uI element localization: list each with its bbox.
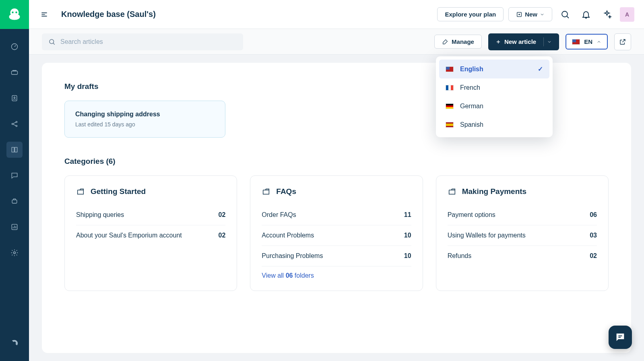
category-row-label: Using Wallets for payments [448,232,526,239]
plus-icon [495,39,501,45]
language-option-label: German [460,103,483,110]
language-option-es[interactable]: Spanish [439,116,549,134]
chat-fab[interactable] [609,326,632,349]
new-article-label: New article [504,38,536,45]
nav-chat-icon[interactable] [6,167,23,184]
category-row[interactable]: About your Saul's Emporium account02 [76,225,225,245]
category-row[interactable]: Purchasing Problems10 [262,246,411,266]
category-row-count: 03 [590,232,597,239]
category-row-label: Order FAQs [262,211,296,219]
svg-rect-1 [12,71,18,74]
language-option-fr[interactable]: French [439,78,549,97]
app-logo[interactable] [0,0,29,29]
nav-settings-icon[interactable] [6,245,23,261]
new-button-label: New [525,11,537,18]
external-link-icon [619,38,626,45]
flag-icon [572,39,580,45]
svg-point-4 [12,123,13,124]
new-article-button[interactable]: New article [488,33,559,50]
top-header: Knowledge base (Saul's) Explore your pla… [29,0,644,29]
category-title: Getting Started [91,187,146,196]
category-row-count: 11 [404,211,411,219]
new-button[interactable]: New [508,7,552,21]
svg-rect-7 [12,200,17,203]
nav-freshworks-icon[interactable] [6,335,23,351]
svg-point-11 [562,11,568,17]
folder-icon [448,187,456,196]
flag-icon [446,66,454,72]
language-selector[interactable]: EN [566,34,608,50]
chat-icon [615,332,626,343]
manage-button-label: Manage [452,38,474,45]
category-row-count: 02 [219,232,226,239]
category-row-count: 06 [590,211,597,219]
nav-reports-icon[interactable] [6,219,23,235]
sparkle-icon[interactable] [599,6,615,23]
svg-point-6 [16,125,17,126]
category-row[interactable]: Payment options06 [448,205,597,225]
edit-icon [442,39,448,45]
nav-knowledge-base-icon[interactable] [6,142,23,158]
view-all-link[interactable]: View all 06 folders [262,272,411,279]
category-row-count: 02 [219,211,226,219]
avatar[interactable]: A [620,7,634,22]
folder-icon [76,187,85,196]
nav-dashboard-icon[interactable] [6,39,23,55]
manage-button[interactable]: Manage [434,35,482,49]
language-option-us[interactable]: English✓ [439,60,549,78]
page-title: Knowledge base (Saul's) [61,10,156,19]
category-row-label: Account Problems [262,232,314,239]
category-row-count: 10 [404,252,411,260]
caret-down-icon [547,39,552,44]
left-sidebar [0,0,29,361]
nav-bot-icon[interactable] [6,193,23,209]
flag-icon [446,122,454,128]
nav-tickets-icon[interactable] [6,64,23,80]
svg-point-5 [16,121,17,122]
categories-heading: Categories (6) [64,157,609,166]
language-option-label: English [460,66,483,73]
kb-toolbar: Manage New article EN [29,29,644,55]
category-title: Making Payments [462,187,527,196]
category-row[interactable]: Shipping queries02 [76,205,225,225]
folder-icon [262,187,270,196]
category-title: FAQs [276,187,296,196]
category-card: FAQsOrder FAQs11Account Problems10Purcha… [250,175,423,291]
category-row-label: Refunds [448,252,472,260]
global-search-icon[interactable] [557,6,573,23]
open-external-button[interactable] [614,33,631,50]
search-input[interactable] [60,38,237,45]
flag-icon [446,85,454,91]
explore-plan-button[interactable]: Explore your plan [437,7,504,21]
category-row-label: Payment options [448,211,495,219]
category-row-label: Shipping queries [76,211,124,219]
draft-subtitle: Last edited 15 days ago [75,121,215,128]
category-row[interactable]: Using Wallets for payments03 [448,225,597,246]
svg-point-9 [14,252,16,254]
chevron-up-icon [597,39,601,44]
notifications-icon[interactable] [578,6,594,23]
category-row[interactable]: Order FAQs11 [262,205,411,225]
flag-icon [446,103,454,109]
svg-point-3 [14,97,15,98]
nav-social-icon[interactable] [6,116,23,132]
search-box[interactable] [42,33,243,50]
language-option-de[interactable]: German [439,97,549,116]
category-card: Getting StartedShipping queries02About y… [64,175,237,291]
language-code-label: EN [584,38,592,45]
category-card: Making PaymentsPayment options06Using Wa… [436,175,609,291]
svg-point-12 [50,39,54,44]
sidebar-toggle-icon[interactable] [39,9,50,20]
category-row[interactable]: Account Problems10 [262,225,411,246]
draft-card[interactable]: Changing shipping addressLast edited 15 … [64,101,225,138]
draft-title: Changing shipping address [75,111,215,118]
category-row-label: About your Saul's Emporium account [76,232,182,239]
category-row-label: Purchasing Problems [262,252,323,260]
search-icon [48,38,56,45]
language-option-label: French [460,84,480,91]
language-dropdown: English✓FrenchGermanSpanish [436,56,553,137]
nav-contacts-icon[interactable] [6,90,23,106]
category-row-count: 02 [590,252,597,260]
check-icon: ✓ [538,65,543,73]
category-row[interactable]: Refunds02 [448,246,597,266]
